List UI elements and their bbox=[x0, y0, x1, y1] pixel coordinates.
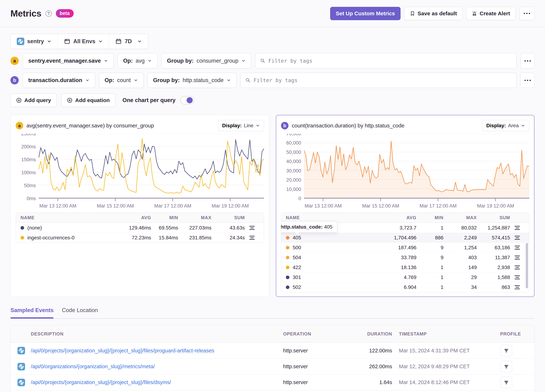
tag-filter-field-b bbox=[241, 73, 517, 88]
event-row: /api/0/projects/{organization_slug}/{pro… bbox=[11, 374, 534, 390]
chevron-down-icon bbox=[521, 123, 525, 128]
add-equation-button[interactable]: Add equation bbox=[61, 94, 115, 107]
query-more-button-b[interactable] bbox=[520, 73, 535, 88]
summary-row[interactable]: ingest-occurrences-072.23ms15.84ms231.85… bbox=[16, 233, 264, 243]
y-axis-tick: 10,000 bbox=[286, 186, 301, 192]
line-chart-a[interactable]: 250ms200ms150ms100ms50ms0ms Mar 13 12:00… bbox=[16, 134, 264, 209]
search-icon bbox=[245, 78, 251, 83]
x-axis-tick: Mar 13 12:00 AM bbox=[39, 203, 77, 209]
cell-sum: 11,387 bbox=[477, 255, 510, 260]
help-icon[interactable]: ? bbox=[45, 10, 52, 17]
header-more-button[interactable] bbox=[519, 7, 535, 20]
query-more-button-a[interactable] bbox=[520, 53, 535, 68]
series-name: ingest-occurrences-0 bbox=[27, 235, 74, 241]
groupby-selector-a[interactable]: Group by: consumer_group bbox=[161, 53, 251, 68]
cell-min: 1 bbox=[416, 264, 443, 270]
y-axis-tick: 30,000 bbox=[286, 168, 301, 173]
table-scrollbar[interactable] bbox=[526, 243, 528, 288]
display-selector-a[interactable]: Display: Line bbox=[218, 120, 264, 131]
area-chart-b[interactable]: 70,00060,00050,00040,00030,00020,00010,0… bbox=[281, 134, 529, 209]
save-as-default-label: Save as default bbox=[418, 10, 457, 17]
series-name: 500 bbox=[293, 245, 301, 251]
y-axis-tick: 40,000 bbox=[286, 159, 301, 164]
row-breakdown-icon[interactable] bbox=[510, 235, 525, 241]
save-as-default-button[interactable]: Save as default bbox=[404, 7, 463, 20]
event-description-link[interactable]: /api/0/organizations/{organization_slug}… bbox=[31, 364, 283, 369]
toggle-knob bbox=[186, 97, 193, 103]
row-breakdown-icon[interactable] bbox=[510, 225, 525, 231]
x-axis-tick: Mar 19 12:00 AM bbox=[477, 203, 514, 209]
ellipsis-icon bbox=[525, 80, 531, 81]
y-axis-tick: 60,000 bbox=[286, 140, 301, 146]
chart-panel-b[interactable]: b count(transaction.duration) by http.st… bbox=[276, 115, 535, 297]
row-breakdown-icon[interactable] bbox=[510, 245, 525, 251]
chevron-down-icon bbox=[137, 39, 142, 44]
one-chart-per-query-toggle[interactable] bbox=[180, 96, 194, 104]
summary-row[interactable]: 3014.7691291,588 bbox=[281, 272, 529, 282]
cell-avg: 187.496 bbox=[378, 245, 416, 251]
row-breakdown-icon[interactable] bbox=[510, 284, 525, 290]
metric-selector-a[interactable]: sentry.event_manager.save bbox=[23, 53, 114, 68]
add-query-button[interactable]: Add query bbox=[10, 94, 56, 107]
row-breakdown-icon[interactable] bbox=[245, 225, 259, 231]
python-platform-icon bbox=[18, 379, 25, 386]
setup-custom-metrics-button[interactable]: Set Up Custom Metrics bbox=[330, 7, 400, 20]
event-operation: http.server bbox=[283, 364, 346, 369]
chart-panel-a[interactable]: a avg(sentry.event_manager.save) by cons… bbox=[10, 115, 269, 297]
summary-row[interactable]: (none)129.46ms69.55ms227.03ms43.63s bbox=[16, 223, 264, 233]
cell-avg: 129.46ms bbox=[113, 225, 151, 231]
event-duration: 262.00ms bbox=[346, 364, 392, 369]
profile-button[interactable] bbox=[501, 361, 512, 372]
metric-selector-b[interactable]: transaction.duration bbox=[23, 73, 95, 88]
tab-sampled-events[interactable]: Sampled Events bbox=[10, 307, 54, 318]
panel-title-b: count(transaction.duration) by http.stat… bbox=[292, 122, 404, 129]
event-operation: http.server bbox=[283, 348, 346, 354]
create-alert-button[interactable]: Create Alert bbox=[466, 7, 516, 20]
tag-filter-input-a[interactable] bbox=[268, 58, 512, 64]
op-selector-a[interactable]: Op: avg bbox=[118, 53, 157, 68]
cell-sum: 574,415 bbox=[477, 235, 510, 241]
summary-table-b: NAME AVG MIN MAX SUM 3,723.7180,0321,254… bbox=[281, 213, 529, 292]
series-name: 502 bbox=[293, 284, 301, 290]
series-color-dot bbox=[20, 236, 24, 239]
chevron-down-icon bbox=[227, 78, 231, 82]
cell-sum: 24.34s bbox=[211, 235, 245, 241]
date-range-selector[interactable]: 7D bbox=[109, 34, 148, 49]
window-icon bbox=[64, 38, 70, 45]
summary-row[interactable]: 42218.13611492,938 bbox=[281, 262, 529, 272]
x-axis-tick-mark bbox=[115, 198, 116, 201]
cell-max: 231.85ms bbox=[178, 235, 211, 241]
summary-row[interactable]: 5026.904134863 bbox=[281, 282, 529, 292]
profile-button[interactable] bbox=[501, 377, 512, 388]
environment-selector[interactable]: All Envs bbox=[58, 34, 109, 49]
row-breakdown-icon[interactable] bbox=[510, 255, 525, 261]
search-icon bbox=[260, 58, 266, 64]
tag-filter-input-b[interactable] bbox=[254, 77, 512, 83]
cell-min: 9 bbox=[416, 255, 443, 260]
cell-sum: 2,938 bbox=[477, 264, 510, 270]
op-value-b: count bbox=[117, 77, 131, 84]
row-breakdown-icon[interactable] bbox=[510, 274, 525, 280]
event-description-link[interactable]: /api/0/projects/{organization_slug}/{pro… bbox=[31, 348, 283, 354]
series-color-dot bbox=[286, 246, 289, 250]
groupby-selector-b[interactable]: Group by: http.status_code bbox=[148, 73, 236, 88]
op-selector-b[interactable]: Op: count bbox=[99, 73, 143, 88]
project-selector[interactable]: sentry bbox=[11, 34, 58, 49]
series-name: 504 bbox=[293, 255, 301, 260]
row-breakdown-icon[interactable] bbox=[245, 235, 259, 241]
cell-min: 1 bbox=[416, 284, 443, 290]
summary-row[interactable]: 500187.49691,25463,186 bbox=[281, 243, 529, 252]
chevron-down-icon bbox=[241, 59, 246, 63]
series-name: 422 bbox=[293, 264, 301, 270]
panel-title-a: avg(sentry.event_manager.save) by consum… bbox=[26, 122, 154, 129]
display-selector-b[interactable]: Display: Area bbox=[482, 120, 529, 131]
row-breakdown-icon[interactable] bbox=[510, 264, 525, 270]
summary-row[interactable]: 50433.789940311,387 bbox=[281, 252, 529, 262]
x-axis-tick: Mar 17 12:00 AM bbox=[420, 203, 457, 209]
tab-code-location[interactable]: Code Location bbox=[62, 307, 98, 318]
summary-row[interactable]: 4051,704.4968862,249574,415 bbox=[281, 233, 529, 243]
profile-button[interactable] bbox=[501, 345, 512, 356]
chevron-down-icon bbox=[98, 39, 103, 44]
event-description-link[interactable]: /api/0/projects/{organization_slug}/{pro… bbox=[31, 380, 283, 385]
flamegraph-icon bbox=[504, 364, 509, 369]
